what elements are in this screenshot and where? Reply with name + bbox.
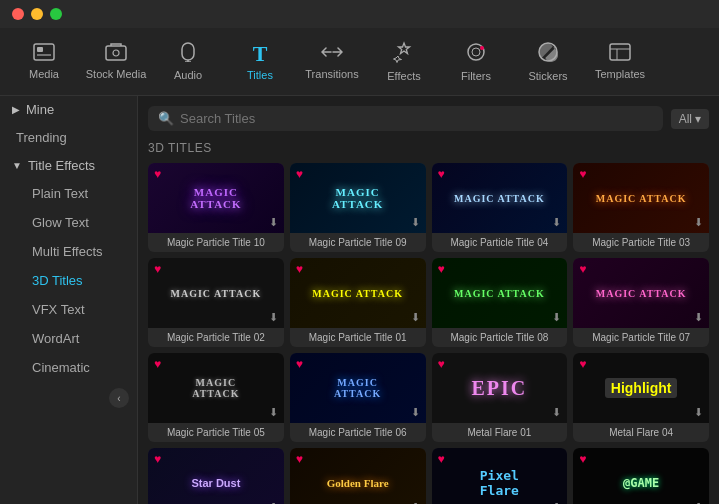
card-thumb-7: ♥ MAGIC ATTACK ⬇ xyxy=(573,258,709,328)
nav-stock-media[interactable]: Stock Media xyxy=(80,32,152,92)
download-icon-10[interactable]: ⬇ xyxy=(552,406,561,419)
title-card-magic-particle-08[interactable]: ♥ MAGIC ATTACK ⬇ Magic Particle Title 08 xyxy=(432,258,568,347)
sidebar-vfx-text[interactable]: VFX Text xyxy=(0,295,137,324)
card-thumb-0: ♥ MAGIC ATTACK ⬇ xyxy=(148,163,284,233)
close-button[interactable] xyxy=(12,8,24,20)
download-icon-7[interactable]: ⬇ xyxy=(694,311,703,324)
heart-icon-12: ♥ xyxy=(154,452,161,466)
svg-point-9 xyxy=(480,46,484,50)
card-thumb-10: ♥ EPIC ⬇ xyxy=(432,353,568,423)
nav-transitions[interactable]: Transitions xyxy=(296,32,368,92)
nav-titles[interactable]: T Titles xyxy=(224,32,296,92)
title-card-golden-flare[interactable]: ♥ Golden Flare ⬇ Golden Flare xyxy=(290,448,426,504)
titles-grid: ♥ MAGIC ATTACK ⬇ Magic Particle Title 10… xyxy=(148,163,709,504)
download-icon-4[interactable]: ⬇ xyxy=(269,311,278,324)
sidebar-title-effects-label: Title Effects xyxy=(28,158,95,173)
heart-icon-6: ♥ xyxy=(438,262,445,276)
title-card-magic-particle-09[interactable]: ♥ MAGIC ATTACK ⬇ Magic Particle Title 09 xyxy=(290,163,426,252)
card-thumb-15: ♥ @GAME ⬇ xyxy=(573,448,709,504)
card-thumb-8: ♥ MAGIC ATTACK ⬇ xyxy=(148,353,284,423)
sidebar-trending[interactable]: Trending xyxy=(0,123,137,152)
templates-icon xyxy=(609,43,631,64)
nav-effects[interactable]: Effects xyxy=(368,32,440,92)
search-row: 🔍 All ▾ xyxy=(148,106,709,131)
nav-stock-media-label: Stock Media xyxy=(86,68,147,80)
effects-icon xyxy=(393,41,415,66)
title-card-metal-flare-01[interactable]: ♥ EPIC ⬇ Metal Flare 01 xyxy=(432,353,568,442)
download-icon-6[interactable]: ⬇ xyxy=(552,311,561,324)
download-icon-8[interactable]: ⬇ xyxy=(269,406,278,419)
filter-all-label: All xyxy=(679,112,692,126)
heart-icon-13: ♥ xyxy=(296,452,303,466)
minimize-button[interactable] xyxy=(31,8,43,20)
card-label-9: Magic Particle Title 06 xyxy=(290,423,426,442)
download-icon-3[interactable]: ⬇ xyxy=(694,216,703,229)
sidebar-plain-text[interactable]: Plain Text xyxy=(0,179,137,208)
card-label-3: Magic Particle Title 03 xyxy=(573,233,709,252)
title-card-pixel-flare[interactable]: ♥ Pixel Flare ⬇ Pixel Flare xyxy=(432,448,568,504)
card-label-8: Magic Particle Title 05 xyxy=(148,423,284,442)
svg-point-4 xyxy=(113,50,119,56)
nav-media-label: Media xyxy=(29,68,59,80)
download-icon-0[interactable]: ⬇ xyxy=(269,216,278,229)
nav-filters[interactable]: Filters xyxy=(440,32,512,92)
titles-icon: T xyxy=(253,43,268,65)
title-card-magic-particle-10[interactable]: ♥ MAGIC ATTACK ⬇ Magic Particle Title 10 xyxy=(148,163,284,252)
nav-templates-label: Templates xyxy=(595,68,645,80)
titlebar xyxy=(0,0,719,28)
sidebar-trending-label: Trending xyxy=(16,130,67,145)
title-card-metal-flare-04[interactable]: ♥ Highlight ⬇ Metal Flare 04 xyxy=(573,353,709,442)
heart-icon-3: ♥ xyxy=(579,167,586,181)
download-icon-1[interactable]: ⬇ xyxy=(411,216,420,229)
nav-audio[interactable]: Audio xyxy=(152,32,224,92)
sidebar-glow-text[interactable]: Glow Text xyxy=(0,208,137,237)
card-label-4: Magic Particle Title 02 xyxy=(148,328,284,347)
maximize-button[interactable] xyxy=(50,8,62,20)
mine-arrow-icon: ▶ xyxy=(12,104,20,115)
card-label-10: Metal Flare 01 xyxy=(432,423,568,442)
top-navigation: Media Stock Media Audio T Titles xyxy=(0,28,719,96)
sidebar-collapse-button[interactable]: ‹ xyxy=(109,388,129,408)
title-card-magic-particle-06[interactable]: ♥ MAGIC ATTACK ⬇ Magic Particle Title 06 xyxy=(290,353,426,442)
heart-icon-15: ♥ xyxy=(579,452,586,466)
heart-icon-9: ♥ xyxy=(296,357,303,371)
title-card-magic-particle-01[interactable]: ♥ MAGIC ATTACK ⬇ Magic Particle Title 01 xyxy=(290,258,426,347)
heart-icon-2: ♥ xyxy=(438,167,445,181)
sidebar-cinematic[interactable]: Cinematic xyxy=(0,353,137,382)
title-card-magic-particle-02[interactable]: ♥ MAGIC ATTACK ⬇ Magic Particle Title 02 xyxy=(148,258,284,347)
heart-icon-10: ♥ xyxy=(438,357,445,371)
nav-filters-label: Filters xyxy=(461,70,491,82)
card-label-11: Metal Flare 04 xyxy=(573,423,709,442)
filter-all-button[interactable]: All ▾ xyxy=(671,109,709,129)
sidebar-mine[interactable]: ▶ Mine xyxy=(0,96,137,123)
audio-icon xyxy=(179,42,197,65)
card-thumb-13: ♥ Golden Flare ⬇ xyxy=(290,448,426,504)
sidebar-title-effects-group[interactable]: ▼ Title Effects xyxy=(0,152,137,179)
filter-dropdown-icon: ▾ xyxy=(695,112,701,126)
sidebar-3d-titles[interactable]: 3D Titles xyxy=(0,266,137,295)
heart-icon-14: ♥ xyxy=(438,452,445,466)
download-icon-2[interactable]: ⬇ xyxy=(552,216,561,229)
nav-stickers[interactable]: Stickers xyxy=(512,32,584,92)
title-card-game[interactable]: ♥ @GAME ⬇ @GAME xyxy=(573,448,709,504)
search-input[interactable] xyxy=(180,111,653,126)
title-card-magic-particle-05[interactable]: ♥ MAGIC ATTACK ⬇ Magic Particle Title 05 xyxy=(148,353,284,442)
card-thumb-1: ♥ MAGIC ATTACK ⬇ xyxy=(290,163,426,233)
title-card-star-dust[interactable]: ♥ Star Dust ⬇ Star Dust xyxy=(148,448,284,504)
nav-titles-label: Titles xyxy=(247,69,273,81)
title-card-magic-particle-07[interactable]: ♥ MAGIC ATTACK ⬇ Magic Particle Title 07 xyxy=(573,258,709,347)
title-card-magic-particle-04[interactable]: ♥ MAGIC ATTACK ⬇ Magic Particle Title 04 xyxy=(432,163,568,252)
download-icon-11[interactable]: ⬇ xyxy=(694,406,703,419)
stickers-icon xyxy=(537,41,559,66)
download-icon-9[interactable]: ⬇ xyxy=(411,406,420,419)
download-icon-5[interactable]: ⬇ xyxy=(411,311,420,324)
title-card-magic-particle-03[interactable]: ♥ MAGIC ATTACK ⬇ Magic Particle Title 03 xyxy=(573,163,709,252)
sidebar-multi-effects[interactable]: Multi Effects xyxy=(0,237,137,266)
sidebar-wordart[interactable]: WordArt xyxy=(0,324,137,353)
card-label-0: Magic Particle Title 10 xyxy=(148,233,284,252)
nav-templates[interactable]: Templates xyxy=(584,32,656,92)
nav-transitions-label: Transitions xyxy=(305,68,358,80)
heart-icon-7: ♥ xyxy=(579,262,586,276)
nav-media[interactable]: Media xyxy=(8,32,80,92)
media-icon xyxy=(33,43,55,64)
